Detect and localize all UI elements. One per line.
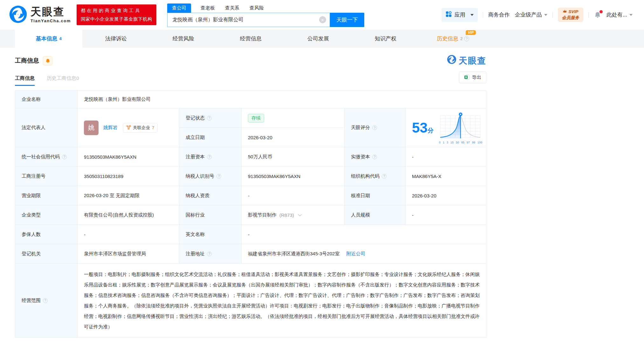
- user-menu[interactable]: 此处有...: [606, 11, 633, 18]
- table-row: 登记机关 泉州市丰泽区市场监督管理局 注册地址 ? 福建省泉州市丰泽区通港西街3…: [15, 244, 486, 264]
- reg-capital-value: 50万人民币: [242, 147, 345, 167]
- business-cooperation-link[interactable]: 商务合作: [488, 11, 510, 18]
- search-button[interactable]: 天眼一下: [330, 13, 364, 27]
- reg-capital-label: 注册资本 ?: [179, 147, 242, 167]
- network-icon: [126, 125, 131, 131]
- tab-label: 知识产权: [375, 35, 396, 42]
- reg-number-label: 工商注册号: [15, 167, 78, 186]
- legal-rep-name-link[interactable]: 姚辉岩: [103, 125, 118, 131]
- tab-count: 4: [59, 36, 61, 41]
- apps-grid-icon: [446, 11, 452, 19]
- help-icon[interactable]: ?: [62, 155, 67, 159]
- tab-company-development[interactable]: 公司发展: [284, 30, 352, 48]
- table-row: 工商注册号 350503110823189 纳税人识别号 ? 91350503M…: [15, 167, 486, 186]
- user-menu-label: 此处有...: [606, 11, 627, 18]
- tab-intellectual-property[interactable]: 知识产权: [352, 30, 419, 48]
- tab-operation-info[interactable]: 经营信息: [217, 30, 284, 48]
- help-icon[interactable]: ?: [382, 174, 387, 179]
- tab-operation-risk[interactable]: 经营风险: [150, 30, 217, 48]
- search-tab-relation[interactable]: 查关系: [224, 3, 240, 13]
- tab-label: 基本信息: [36, 35, 57, 42]
- notification-bell-icon[interactable]: [594, 11, 601, 19]
- label-text: 天眼评分: [351, 125, 370, 131]
- term-value: 2026-03-20 至 无固定期限: [78, 186, 179, 205]
- related-companies-badge[interactable]: 关联企业 7: [123, 123, 158, 133]
- apps-menu[interactable]: 应用: [442, 8, 478, 22]
- svip-line1: SVIP: [568, 9, 578, 15]
- legal-rep-avatar[interactable]: 姚: [84, 120, 99, 135]
- help-icon[interactable]: ?: [43, 298, 48, 303]
- enterprise-products-link[interactable]: 企业级产品: [515, 11, 547, 18]
- logo-title: 天眼查: [31, 6, 71, 17]
- table-row: 企业名称 龙悦映画（泉州）影业有限公司: [15, 91, 486, 108]
- approved-date-value: 2026-03-20: [406, 186, 486, 205]
- search-input-wrap: ×: [167, 13, 330, 27]
- watermark-logo-icon: [447, 55, 456, 66]
- divider: [588, 12, 589, 18]
- help-icon[interactable]: ?: [372, 125, 377, 130]
- address-cell: 福建省泉州市丰泽区通港西街345-3号202室 附近公司: [242, 244, 486, 264]
- help-icon[interactable]: ?: [464, 36, 469, 41]
- search-tabs: 查公司 查老板 查关系 查风险: [167, 3, 364, 13]
- score-tick: 97: [467, 141, 470, 144]
- chevron-down-icon[interactable]: [298, 213, 302, 216]
- taxpayer-quality-value: -: [242, 186, 345, 205]
- help-icon[interactable]: ?: [207, 251, 212, 256]
- nearby-companies-link[interactable]: 附近公司: [346, 251, 365, 257]
- tianyancha-logo[interactable]: 天眼查 TianYanCha.com: [9, 5, 71, 25]
- term-label: 营业期限: [15, 186, 78, 205]
- tab-legal-proceedings[interactable]: 法律诉讼: [82, 30, 150, 48]
- subtab-history-business-info[interactable]: 历史工商信息0: [47, 75, 79, 86]
- help-icon[interactable]: ?: [207, 155, 212, 159]
- export-button[interactable]: 导出: [459, 72, 486, 83]
- search-tab-risk[interactable]: 查风险: [249, 3, 264, 13]
- company-type-value: 有限责任公司(自然人投资或控股): [78, 205, 179, 225]
- tab-history-info[interactable]: VIP 历史信息 2 ?: [419, 30, 487, 48]
- label-text: 经营范围: [22, 298, 41, 304]
- company-nav-tabs: 基本信息 4 法律诉讼 经营风险 经营信息 公司发展 知识产权 VIP 历史信息…: [0, 30, 644, 48]
- search-tab-boss[interactable]: 查老板: [200, 3, 216, 13]
- related-companies-count: 7: [152, 125, 154, 130]
- paid-capital-value: -: [406, 147, 486, 167]
- score-label: 天眼评分 ?: [345, 108, 406, 147]
- help-icon[interactable]: ?: [216, 174, 221, 179]
- chevron-down-icon: [544, 14, 547, 16]
- legal-rep-label: 法定代表人: [15, 108, 78, 147]
- score-tick: 15: [450, 141, 454, 144]
- divider: [483, 12, 483, 18]
- authority-value: 泉州市丰泽区市场监督管理局: [78, 244, 179, 264]
- industry-value: 影视节目制作: [248, 212, 277, 218]
- approved-date-label: 核准日期: [345, 186, 406, 205]
- excel-icon: [464, 74, 469, 81]
- subscribe-bell-icon[interactable]: [43, 56, 52, 65]
- paid-capital-label: 实缴资本 ?: [345, 147, 406, 167]
- label-text: 注册地址: [186, 251, 205, 257]
- search-block: 查公司 查老板 查关系 查风险 × 天眼一下: [167, 3, 364, 27]
- established-value: 2026-03-20: [242, 128, 345, 147]
- apps-label: 应用: [455, 11, 465, 18]
- tab-label: 经营风险: [173, 35, 194, 42]
- insured-label: 参保人数: [15, 225, 78, 244]
- label-text: 纳税人识别号: [186, 173, 214, 179]
- status-cell: 存续: [242, 108, 345, 128]
- score-tick: 50: [456, 141, 459, 144]
- svip-line2: 会员服务: [562, 15, 579, 21]
- search-input[interactable]: [168, 17, 330, 23]
- clear-search-icon[interactable]: ×: [319, 16, 326, 23]
- help-icon[interactable]: ?: [372, 155, 377, 159]
- svip-member-service[interactable]: SVIP 会员服务: [558, 8, 583, 22]
- notification-dot: [599, 10, 603, 13]
- score-tick: 1: [443, 141, 444, 144]
- divider: [552, 12, 553, 18]
- help-icon[interactable]: ?: [207, 116, 212, 120]
- tab-basic-info[interactable]: 基本信息 4: [15, 30, 82, 48]
- staff-size-label: 人员规模: [345, 205, 406, 225]
- scope-label: 经营范围 ?: [15, 264, 78, 337]
- taxpayer-id-label: 纳税人识别号 ?: [179, 167, 242, 186]
- logo-domain: TianYanCha.com: [31, 18, 71, 23]
- address-value: 福建省泉州市丰泽区通港西街345-3号202室: [248, 251, 339, 257]
- subtab-business-info[interactable]: 工商信息: [15, 75, 35, 86]
- search-tab-company[interactable]: 查公司: [167, 3, 191, 13]
- tab-label: 公司发展: [307, 35, 329, 42]
- table-row: 统一社会信用代码 ? 91350503MAK86Y5AXN 注册资本 ? 50万…: [15, 147, 486, 167]
